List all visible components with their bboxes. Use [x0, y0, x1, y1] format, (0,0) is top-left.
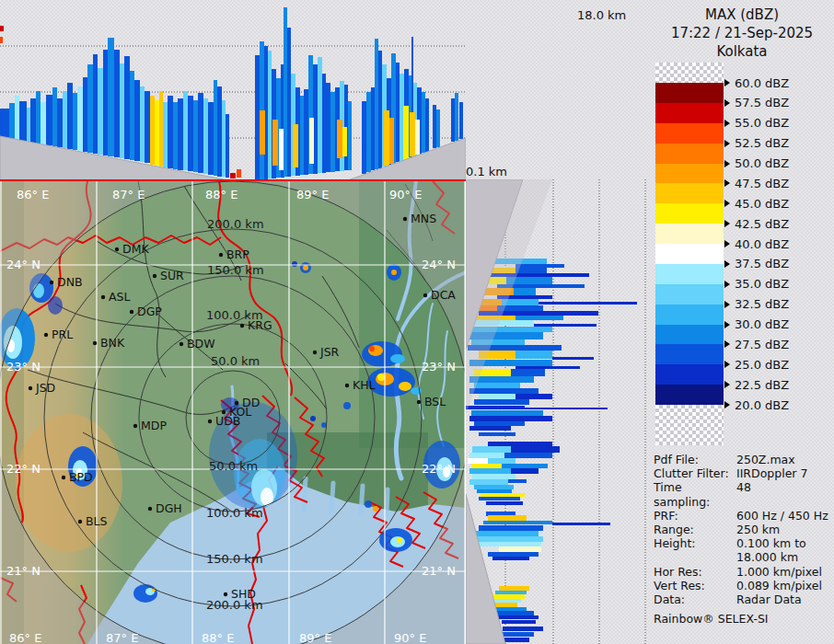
echo-bar — [375, 39, 378, 169]
echo-bar — [481, 493, 525, 497]
legend-band-sb — [655, 305, 724, 325]
echo-bar — [486, 501, 523, 505]
echo-bar — [451, 98, 455, 142]
echo-bar — [163, 102, 168, 167]
metadata-label: PRF: — [654, 509, 736, 523]
echo-bar — [525, 408, 608, 409]
lat-label-left: 23° N — [6, 360, 41, 374]
station-marker-DGP — [130, 310, 133, 314]
echo-bar — [511, 446, 560, 453]
echo-bar — [9, 103, 15, 139]
echo-bar — [326, 83, 330, 172]
echo-bar — [98, 68, 103, 155]
echo-bar — [260, 110, 265, 155]
lon-label-bottom: 90° E — [394, 631, 426, 644]
echo-bar — [384, 110, 389, 166]
station-label-JSD: JSD — [35, 381, 55, 395]
station-marker-BLS — [78, 520, 82, 523]
metadata-label: Hor Res: — [654, 565, 736, 579]
echo-bar — [124, 56, 130, 159]
echo-blob — [365, 500, 372, 508]
lon-label-bottom: 87° E — [106, 631, 138, 644]
legend-band-dr — [655, 83, 724, 103]
metadata-value: 48 — [736, 480, 832, 508]
lon-label-top: 90° E — [389, 188, 422, 201]
metadata-label: Height: — [654, 536, 736, 564]
echo-bar — [539, 302, 637, 305]
lon-label-bottom: 89° E — [299, 631, 331, 644]
echo-bar — [488, 458, 515, 464]
station-marker-KHL — [345, 384, 349, 387]
legend-tick-22.5-dBZ: 22.5 dBZ — [724, 378, 789, 391]
legend-band-g — [655, 183, 724, 203]
echo-bar — [515, 316, 563, 320]
legend-band-nv — [655, 385, 724, 405]
radar-map-panel[interactable]: 86° E87° E88° E89° E90° E86° E87° E88° E… — [0, 181, 466, 644]
metadata-row: Hor Res:1.000 km/pixel — [654, 565, 832, 579]
tick-arrow-icon — [724, 99, 730, 107]
legend-band-w — [655, 244, 724, 264]
echo-bar — [472, 474, 515, 479]
legend-tick-32.5-dBZ: 32.5 dBZ — [724, 298, 789, 311]
echo-bar — [362, 101, 366, 174]
echo-bar — [348, 101, 352, 170]
station-label-KHL: KHL — [353, 378, 376, 392]
station-label-BNK: BNK — [100, 336, 125, 350]
echo-bar — [203, 98, 208, 174]
echo-bar — [198, 93, 203, 173]
echo-blob — [397, 537, 402, 543]
echo-blob — [391, 270, 397, 275]
echo-bar — [287, 28, 291, 177]
echo-bar — [474, 421, 525, 426]
echo-bar — [469, 479, 508, 485]
legend-tick-label: 25.0 dBZ — [735, 358, 789, 372]
lat-label-right: 22° N — [422, 462, 456, 476]
echo-bar — [552, 357, 594, 360]
tick-arrow-icon — [724, 321, 730, 328]
tick-arrow-icon — [724, 140, 730, 147]
station-marker-JSR — [313, 351, 317, 354]
echo-bar — [57, 98, 63, 147]
echo-bar — [15, 96, 19, 140]
echo-blob — [310, 416, 316, 421]
echo-bar — [474, 383, 520, 388]
metadata-value: 250 km — [736, 523, 832, 536]
echo-bar — [130, 71, 134, 160]
product-metadata: Pdf File:250Z.maxClutter Filter:IIRDoppl… — [654, 453, 832, 626]
legend-band-above-max — [655, 63, 724, 83]
station-label-MNS: MNS — [411, 212, 436, 225]
metadata-value: 600 Hz / 450 Hz — [736, 509, 832, 523]
lon-label-top: 88° E — [205, 188, 237, 201]
station-marker-BSL — [417, 400, 421, 404]
legend-tick-label: 60.0 dBZ — [735, 76, 789, 90]
metadata-row: Clutter Filter:IIRDoppler 7 — [654, 466, 832, 480]
echo-bar — [183, 91, 188, 170]
echo-bar — [0, 37, 3, 43]
echo-bar — [371, 87, 375, 170]
echo-bar — [502, 464, 548, 468]
metadata-row: Height:0.100 km to 18.000 km — [654, 536, 832, 564]
legend-tick-label: 57.5 dBZ — [735, 96, 789, 109]
echo-bar — [472, 446, 511, 453]
station-marker-BRP — [219, 253, 223, 257]
echo-bar — [73, 93, 77, 150]
radar-application-window: 18.0 km 0.1 km — [0, 0, 834, 644]
echo-bar — [145, 91, 150, 163]
echo-bar — [389, 118, 394, 164]
echo-bar — [515, 351, 552, 359]
legend-tick-label: 52.5 dBZ — [735, 136, 789, 150]
legend-band-do — [655, 144, 724, 164]
legend-tick-label: 35.0 dBZ — [735, 277, 789, 291]
echo-bar — [173, 102, 178, 169]
echo-bar — [492, 594, 525, 599]
echo-bar — [337, 120, 342, 158]
station-label-PRL: PRL — [52, 328, 73, 341]
echo-bar — [471, 410, 543, 416]
echo-bar — [502, 620, 536, 624]
product-station: Kolkata — [650, 42, 834, 61]
echo-bar — [366, 92, 371, 172]
echo-bar — [515, 268, 547, 273]
tick-arrow-icon — [724, 240, 730, 247]
station-marker-DMK — [115, 247, 119, 251]
station-label-DCA: DCA — [431, 288, 456, 302]
